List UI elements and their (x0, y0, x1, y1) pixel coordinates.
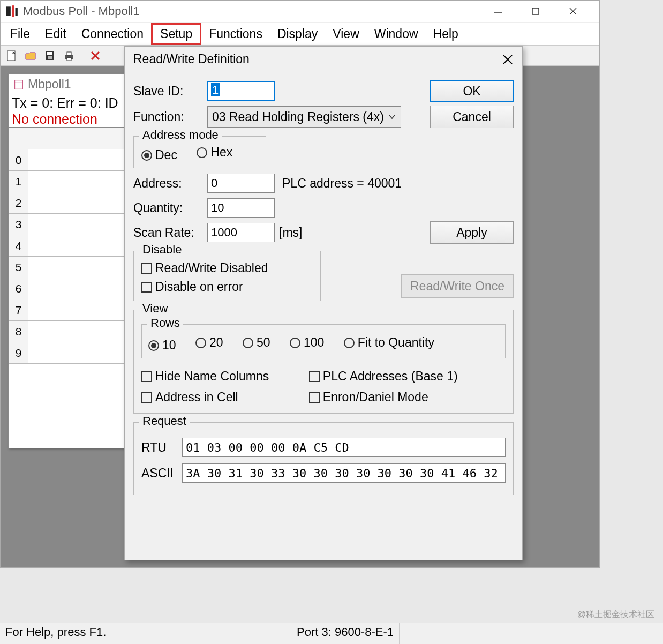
check-rw-disabled[interactable]: Read/Write Disabled (141, 261, 313, 275)
ascii-value[interactable] (182, 463, 506, 483)
titlebar: Modbus Poll - Mbpoll1 (1, 1, 599, 22)
svg-rect-4 (532, 8, 539, 14)
address-mode-legend: Address mode (139, 128, 222, 142)
child-title-text: Mbpoll1 (28, 77, 71, 92)
check-hide-name-columns[interactable]: Hide Name Columns (141, 369, 309, 384)
row-header: 2 (9, 192, 28, 214)
minimize-button[interactable] (493, 6, 515, 16)
plc-address-text: PLC address = 40001 (282, 176, 402, 191)
check-disable-on-error[interactable]: Disable on error (141, 280, 313, 294)
app-icon (5, 4, 19, 18)
status-help: For Help, press F1. (0, 623, 291, 644)
dialog-title: Read/Write Definition (133, 52, 250, 66)
radio-rows-20[interactable]: 20 (195, 335, 223, 350)
radio-hex[interactable]: Hex (197, 145, 232, 160)
row-header: 5 (9, 257, 28, 278)
menu-display[interactable]: Display (270, 25, 325, 43)
radio-rows-fit[interactable]: Fit to Quantity (344, 335, 434, 350)
read-write-definition-dialog: Read/Write Definition Slave ID: 1 OK Fun… (124, 46, 523, 560)
row-header: 1 (9, 171, 28, 192)
menu-functions[interactable]: Functions (201, 25, 270, 43)
read-write-once-button[interactable]: Read/Write Once (401, 274, 514, 298)
window-title: Modbus Poll - Mbpoll1 (23, 4, 140, 18)
svg-rect-16 (15, 80, 23, 89)
row-header: 0 (9, 149, 28, 171)
svg-rect-0 (6, 6, 11, 16)
row-header: 7 (9, 299, 28, 321)
function-label: Function: (133, 110, 200, 124)
doc-icon (13, 79, 25, 91)
request-legend: Request (139, 414, 190, 428)
row-header: 3 (9, 214, 28, 235)
radio-rows-100[interactable]: 100 (290, 335, 324, 350)
save-icon[interactable] (42, 48, 57, 63)
menu-setup[interactable]: Setup (151, 23, 201, 45)
print-icon[interactable] (62, 48, 77, 63)
maximize-button[interactable] (531, 6, 552, 16)
svg-rect-1 (12, 5, 14, 17)
menu-view[interactable]: View (325, 25, 366, 43)
ascii-label: ASCII (141, 466, 182, 481)
svg-rect-13 (67, 58, 71, 61)
svg-rect-2 (16, 8, 18, 16)
check-address-in-cell[interactable]: Address in Cell (141, 390, 309, 405)
menu-connection[interactable]: Connection (74, 25, 151, 43)
function-selected: 03 Read Holding Registers (4x) (212, 110, 384, 124)
close-button[interactable] (568, 6, 590, 16)
row-header: 8 (9, 321, 28, 342)
new-icon[interactable] (4, 48, 19, 63)
view-legend: View (139, 302, 171, 316)
quantity-input[interactable] (207, 198, 275, 218)
radio-rows-10[interactable]: 10 (148, 338, 176, 353)
disable-legend: Disable (139, 243, 185, 257)
ms-unit: [ms] (279, 226, 302, 240)
row-header: 6 (9, 278, 28, 299)
rows-legend: Rows (147, 316, 183, 330)
check-enron-daniel[interactable]: Enron/Daniel Mode (309, 390, 477, 405)
watermark: @稀土掘金技术社区 (577, 609, 654, 620)
row-header: 9 (9, 342, 28, 364)
svg-rect-12 (67, 52, 71, 55)
menu-window[interactable]: Window (367, 25, 426, 43)
dialog-close-icon[interactable] (502, 54, 514, 65)
svg-rect-9 (47, 52, 52, 55)
quantity-label: Quantity: (133, 201, 200, 215)
menu-edit[interactable]: Edit (37, 25, 74, 43)
open-icon[interactable] (23, 48, 38, 63)
statusbar: For Help, press F1. Port 3: 9600-8-E-1 (0, 623, 663, 644)
chevron-down-icon (388, 113, 396, 121)
scan-rate-label: Scan Rate: (133, 226, 200, 240)
ok-button[interactable]: OK (430, 80, 514, 102)
radio-rows-50[interactable]: 50 (243, 335, 270, 350)
function-dropdown[interactable]: 03 Read Holding Registers (4x) (207, 106, 401, 128)
svg-rect-10 (48, 56, 52, 59)
scan-rate-input[interactable] (207, 223, 275, 242)
menu-help[interactable]: Help (426, 25, 466, 43)
apply-button[interactable]: Apply (430, 221, 514, 244)
rtu-value[interactable] (182, 438, 506, 457)
address-label: Address: (133, 176, 200, 191)
status-port: Port 3: 9600-8-E-1 (291, 623, 400, 644)
cancel-button[interactable]: Cancel (430, 106, 514, 128)
check-plc-addresses[interactable]: PLC Addresses (Base 1) (309, 369, 477, 384)
menubar: File Edit Connection Setup Functions Dis… (1, 22, 599, 46)
rtu-label: RTU (141, 440, 182, 455)
radio-dec[interactable]: Dec (141, 148, 177, 162)
slave-id-label: Slave ID: (133, 84, 200, 99)
slave-id-input[interactable]: 1 (207, 81, 275, 101)
menu-file[interactable]: File (3, 25, 37, 43)
row-header: 4 (9, 235, 28, 257)
address-input[interactable] (207, 174, 275, 193)
delete-icon[interactable] (88, 48, 103, 63)
